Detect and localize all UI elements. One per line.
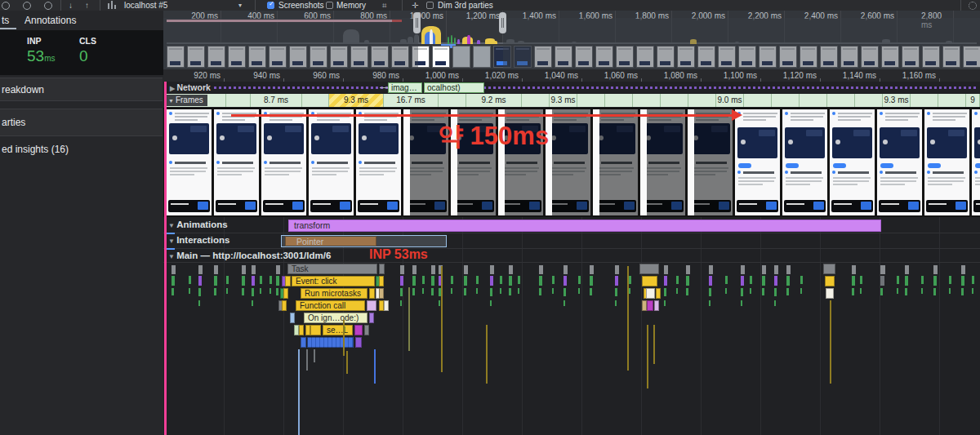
flame-tick[interactable] xyxy=(276,288,278,295)
flame-tick[interactable] xyxy=(961,288,964,295)
flame-tick[interactable] xyxy=(242,265,246,274)
frame-cell[interactable] xyxy=(827,94,855,107)
frame-cell[interactable]: 9 xyxy=(966,94,980,107)
flame-tick[interactable] xyxy=(198,265,203,274)
flame-tick[interactable] xyxy=(852,265,856,274)
flame-tick[interactable] xyxy=(949,276,951,284)
frame-cell[interactable]: 9.2 ms xyxy=(466,94,522,107)
flame-tick[interactable] xyxy=(629,276,631,284)
flame-tick[interactable] xyxy=(226,288,228,294)
flame-tick[interactable] xyxy=(252,288,254,296)
dim-3rd-parties-label[interactable]: Dim 3rd parties xyxy=(438,0,493,11)
flame-tick[interactable] xyxy=(676,288,678,294)
screenshots-label[interactable]: Screenshots xyxy=(278,0,324,11)
flame-tick[interactable] xyxy=(590,265,594,274)
flame-tick[interactable] xyxy=(198,300,200,306)
flame-tick[interactable] xyxy=(880,288,883,295)
flame-tick[interactable] xyxy=(552,288,554,294)
flame-tick[interactable] xyxy=(214,265,218,274)
flame-tick[interactable] xyxy=(270,288,271,294)
flame-tick[interactable] xyxy=(686,288,688,295)
flame-tick[interactable] xyxy=(933,276,937,286)
flame-tick[interactable] xyxy=(214,276,217,286)
flame-event[interactable]: se…L xyxy=(323,325,353,335)
frame-cell[interactable] xyxy=(439,94,466,107)
flame-event[interactable] xyxy=(646,288,655,299)
insight-row-breakdown[interactable]: reakdown xyxy=(0,78,163,101)
flame-event[interactable] xyxy=(379,276,384,286)
flame-tick[interactable] xyxy=(260,276,262,284)
frame-cell[interactable]: 9.0 ms xyxy=(716,94,744,107)
flame-event[interactable] xyxy=(283,288,288,299)
flame-tick[interactable] xyxy=(905,288,907,295)
screenshot-thumbnail[interactable] xyxy=(309,109,354,215)
flame-tick[interactable] xyxy=(860,288,862,294)
flame-tick[interactable] xyxy=(490,288,492,296)
flame-tick[interactable] xyxy=(439,300,440,306)
reload-and-record-button[interactable] xyxy=(23,2,31,10)
flame-tick[interactable] xyxy=(725,288,727,294)
flame-tick[interactable] xyxy=(786,276,790,286)
flame-tick[interactable] xyxy=(431,265,435,274)
filmstrip-screenshots[interactable] xyxy=(163,109,980,217)
flame-tick[interactable] xyxy=(172,265,176,274)
flame-tick[interactable] xyxy=(226,276,229,284)
flame-tick[interactable] xyxy=(615,300,617,306)
flame-tick[interactable] xyxy=(880,276,884,286)
flame-event[interactable] xyxy=(656,288,661,299)
flame-event[interactable] xyxy=(384,300,389,311)
mini-screenshot-thumb[interactable] xyxy=(473,46,491,68)
frame-cell[interactable]: 8.7 ms xyxy=(251,94,302,107)
tab-annotations[interactable]: Annotations xyxy=(24,15,76,26)
flame-tick[interactable] xyxy=(664,276,667,286)
network-request[interactable]: imag… xyxy=(388,82,422,93)
flame-tick[interactable] xyxy=(921,288,923,294)
flame-tick[interactable] xyxy=(897,288,898,294)
flame-tick[interactable] xyxy=(252,276,255,286)
screenshot-thumbnail[interactable] xyxy=(735,109,780,215)
flame-tick[interactable] xyxy=(400,265,404,274)
flame-tick[interactable] xyxy=(276,265,280,274)
flame-tick[interactable] xyxy=(774,276,777,286)
flame-tick[interactable] xyxy=(464,276,467,286)
flame-tick[interactable] xyxy=(509,288,511,295)
flame-tick[interactable] xyxy=(786,288,789,295)
frame-cell[interactable] xyxy=(661,94,688,107)
frame-cell[interactable] xyxy=(800,94,827,107)
network-track[interactable]: imag…ocalhost) ▶ Network xyxy=(163,82,980,94)
flame-tick[interactable] xyxy=(172,288,174,295)
flame-tick[interactable] xyxy=(615,265,619,274)
screenshot-thumbnail[interactable] xyxy=(356,109,401,215)
screenshot-thumbnail[interactable] xyxy=(640,109,685,215)
animation-transform-bar[interactable]: transform xyxy=(288,220,881,232)
flame-tick[interactable] xyxy=(578,276,581,284)
frame-cell[interactable] xyxy=(855,94,883,107)
flame-event[interactable] xyxy=(825,276,835,286)
flame-tick[interactable] xyxy=(774,265,778,274)
frames-track[interactable]: 7 ms8.7 ms9.3 ms16.7 ms9.2 ms9.3 ms9.0 m… xyxy=(163,94,980,109)
flame-event[interactable]: Function call xyxy=(296,300,365,311)
flame-tick[interactable] xyxy=(198,288,201,296)
flame-tick[interactable] xyxy=(961,265,965,274)
screenshot-thumbnail[interactable] xyxy=(924,109,969,215)
flame-event[interactable] xyxy=(826,288,834,299)
flame-tick[interactable] xyxy=(725,276,728,284)
frame-cell[interactable] xyxy=(744,94,772,107)
mini-screenshot-thumb[interactable] xyxy=(432,46,450,68)
flame-event[interactable] xyxy=(310,325,321,335)
flame-event[interactable] xyxy=(285,276,291,286)
flame-tick[interactable] xyxy=(664,300,666,306)
save-profile-icon[interactable]: ↑ xyxy=(85,0,89,11)
flame-tick[interactable] xyxy=(762,288,764,295)
flame-tick[interactable] xyxy=(921,276,924,284)
flame-tick[interactable] xyxy=(933,288,936,295)
flame-event[interactable]: Run microtasks xyxy=(301,288,368,299)
flame-event[interactable]: Event: click xyxy=(292,276,375,286)
flame-tick[interactable] xyxy=(972,288,973,294)
flame-tick[interactable] xyxy=(476,276,479,284)
flame-event[interactable] xyxy=(647,300,653,311)
flame-tick[interactable] xyxy=(564,300,565,306)
flame-tick[interactable] xyxy=(905,265,909,274)
flame-tick[interactable] xyxy=(412,288,415,295)
flame-tick[interactable] xyxy=(539,276,542,286)
